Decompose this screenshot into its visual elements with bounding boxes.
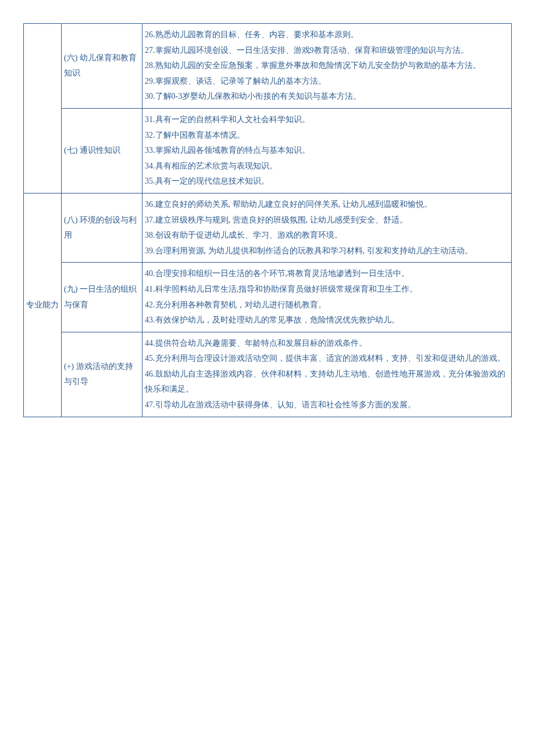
item-text: 34.具有相应的艺术欣赏与表现知识。	[145, 159, 509, 174]
item-text: 43.有效保护幼儿，及时处理幼儿的常见事故，危险情况优先救护幼儿。	[145, 313, 509, 328]
item-text: 27.掌握幼儿园环境创设、一日生活安排、游戏9教育活动、保育和班级管理的知识与方…	[145, 43, 509, 59]
item-text: 36.建立良好的师幼关系, 帮助幼儿建立良好的同伴关系, 让幼儿感到温暖和愉悦。	[145, 197, 509, 213]
table-row: (+) 游戏活动的支持与引导44.提供符合幼儿兴趣需要、年龄特点和发展目标的游戏…	[24, 332, 512, 417]
item-text: 33.掌握幼儿园各领域教育的特点与基本知识。	[145, 143, 509, 159]
item-text: 40.合理安排和组织一日生活的各个环节,将教育灵活地渗透到一日生活中。	[145, 266, 509, 282]
subcategory-cell: (八) 环境的创设与利用	[62, 193, 142, 262]
subcategory-cell: (九) 一日生活的组织与保育	[62, 263, 142, 332]
item-text: 32.了解中国教育基本情况。	[145, 128, 509, 144]
category-cell: 专业能力	[24, 193, 62, 417]
table-row: (七) 通识性知识31.具有一定的自然科学和人文社会科学知识。32.了解中国教育…	[24, 108, 512, 193]
item-text: 28.熟知幼儿园的安全应急预案，掌握意外事故和危险情况下幼儿安全防护与救助的基本…	[145, 58, 509, 74]
table-row: (六) 幼儿保育和教育知识26.熟悉幼儿园教育的目标、任务、内容、要求和基本原则…	[24, 24, 512, 109]
item-text: 38.创设有助于促进幼儿成长、学习、游戏的教育环境。	[145, 228, 509, 243]
standards-table: (六) 幼儿保育和教育知识26.熟悉幼儿园教育的目标、任务、内容、要求和基本原则…	[23, 23, 512, 417]
item-text: 35.具有一定的现代信息技术知识。	[145, 174, 509, 189]
items-cell: 40.合理安排和组织一日生活的各个环节,将教育灵活地渗透到一日生活中。41.科学…	[142, 263, 512, 332]
item-text: 46.鼓励幼儿自主选择游戏内容、伙伴和材料，支持幼儿主动地、创造性地开展游戏，充…	[145, 367, 509, 397]
item-text: 30.了解0-3岁婴幼儿保教和幼小衔接的有关知识与基本方法。	[145, 89, 509, 105]
item-text: 29.掌握观察、谈话、记录等了解幼儿的基本方法。	[145, 74, 509, 89]
items-cell: 44.提供符合幼儿兴趣需要、年龄特点和发展目标的游戏条件。45.充分利用与合理设…	[142, 332, 512, 417]
subcategory-cell: (七) 通识性知识	[62, 108, 142, 193]
item-text: 47.引导幼儿在游戏活动中获得身体、认知、语言和社会性等多方面的发展。	[145, 397, 509, 413]
items-cell: 31.具有一定的自然科学和人文社会科学知识。32.了解中国教育基本情况。33.掌…	[142, 108, 512, 193]
item-text: 41.科学照料幼儿日常生活,指导和协助保育员做好班级常规保育和卫生工作。	[145, 282, 509, 298]
subcategory-cell: (六) 幼儿保育和教育知识	[62, 24, 142, 109]
item-text: 37.建立班级秩序与规则, 营造良好的班级氛围, 让幼儿感受到安全、舒适。	[145, 213, 509, 228]
items-cell: 36.建立良好的师幼关系, 帮助幼儿建立良好的同伴关系, 让幼儿感到温暖和愉悦。…	[142, 193, 512, 262]
table-row: (九) 一日生活的组织与保育40.合理安排和组织一日生活的各个环节,将教育灵活地…	[24, 263, 512, 332]
item-text: 45.充分利用与合理设计游戏活动空间，提供丰富、适宜的游戏材料，支持、引发和促进…	[145, 351, 509, 367]
item-text: 44.提供符合幼儿兴趣需要、年龄特点和发展目标的游戏条件。	[145, 336, 509, 352]
item-text: 42.充分利用各种教育契机，对幼儿进行随机教育。	[145, 298, 509, 313]
category-cell	[24, 24, 62, 194]
item-text: 26.熟悉幼儿园教育的目标、任务、内容、要求和基本原则。	[145, 27, 509, 43]
items-cell: 26.熟悉幼儿园教育的目标、任务、内容、要求和基本原则。27.掌握幼儿园环境创设…	[142, 24, 512, 109]
table-row: 专业能力(八) 环境的创设与利用36.建立良好的师幼关系, 帮助幼儿建立良好的同…	[24, 193, 512, 262]
item-text: 39.合理利用资源, 为幼儿提供和制作适合的玩教具和学习材料, 引发和支持幼儿的…	[145, 243, 509, 259]
item-text: 31.具有一定的自然科学和人文社会科学知识。	[145, 112, 509, 128]
subcategory-cell: (+) 游戏活动的支持与引导	[62, 332, 142, 417]
